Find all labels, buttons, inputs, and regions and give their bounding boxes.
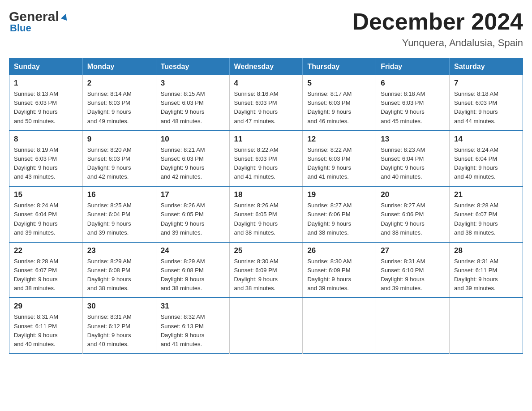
col-header-friday: Friday — [376, 58, 450, 76]
col-header-thursday: Thursday — [303, 58, 376, 76]
day-info: Sunrise: 8:22 AM Sunset: 6:03 PM Dayligh… — [307, 146, 371, 182]
day-info: Sunrise: 8:14 AM Sunset: 6:03 PM Dayligh… — [87, 90, 151, 126]
day-number: 26 — [307, 246, 371, 255]
day-info: Sunrise: 8:23 AM Sunset: 6:04 PM Dayligh… — [381, 146, 445, 182]
day-info: Sunrise: 8:24 AM Sunset: 6:04 PM Dayligh… — [14, 201, 78, 237]
day-info: Sunrise: 8:29 AM Sunset: 6:08 PM Dayligh… — [161, 257, 225, 293]
day-info: Sunrise: 8:26 AM Sunset: 6:05 PM Dayligh… — [234, 201, 298, 237]
day-number: 1 — [14, 79, 78, 88]
day-info: Sunrise: 8:31 AM Sunset: 6:10 PM Dayligh… — [381, 257, 445, 293]
day-cell: 12 Sunrise: 8:22 AM Sunset: 6:03 PM Dayl… — [303, 131, 376, 187]
week-row-1: 1 Sunrise: 8:13 AM Sunset: 6:03 PM Dayli… — [9, 75, 523, 131]
day-number: 2 — [87, 79, 151, 88]
day-number: 9 — [87, 135, 151, 144]
day-info: Sunrise: 8:15 AM Sunset: 6:03 PM Dayligh… — [161, 90, 225, 126]
calendar-header-row: SundayMondayTuesdayWednesdayThursdayFrid… — [9, 58, 523, 76]
col-header-saturday: Saturday — [450, 58, 523, 76]
day-info: Sunrise: 8:30 AM Sunset: 6:09 PM Dayligh… — [234, 257, 298, 293]
day-info: Sunrise: 8:32 AM Sunset: 6:13 PM Dayligh… — [161, 313, 225, 349]
day-info: Sunrise: 8:16 AM Sunset: 6:03 PM Dayligh… — [234, 90, 298, 126]
day-number: 19 — [307, 190, 371, 199]
day-number: 11 — [234, 135, 298, 144]
day-cell: 5 Sunrise: 8:17 AM Sunset: 6:03 PM Dayli… — [303, 75, 376, 131]
day-cell: 16 Sunrise: 8:25 AM Sunset: 6:04 PM Dayl… — [82, 186, 156, 242]
day-number: 10 — [161, 135, 225, 144]
day-info: Sunrise: 8:30 AM Sunset: 6:09 PM Dayligh… — [307, 257, 371, 293]
day-cell: 29 Sunrise: 8:31 AM Sunset: 6:11 PM Dayl… — [9, 298, 83, 353]
day-cell: 23 Sunrise: 8:29 AM Sunset: 6:08 PM Dayl… — [82, 242, 156, 298]
col-header-tuesday: Tuesday — [156, 58, 229, 76]
day-cell: 11 Sunrise: 8:22 AM Sunset: 6:03 PM Dayl… — [229, 131, 303, 187]
day-cell: 13 Sunrise: 8:23 AM Sunset: 6:04 PM Dayl… — [376, 131, 450, 187]
day-number: 29 — [14, 302, 78, 311]
logo: General Blue — [9, 9, 70, 34]
day-cell: 25 Sunrise: 8:30 AM Sunset: 6:09 PM Dayl… — [229, 242, 303, 298]
day-cell: 17 Sunrise: 8:26 AM Sunset: 6:05 PM Dayl… — [156, 186, 229, 242]
day-cell: 19 Sunrise: 8:27 AM Sunset: 6:06 PM Dayl… — [303, 186, 376, 242]
day-cell: 2 Sunrise: 8:14 AM Sunset: 6:03 PM Dayli… — [82, 75, 156, 131]
day-info: Sunrise: 8:27 AM Sunset: 6:06 PM Dayligh… — [307, 201, 371, 237]
day-info: Sunrise: 8:28 AM Sunset: 6:07 PM Dayligh… — [14, 257, 78, 293]
day-number: 13 — [381, 135, 445, 144]
day-cell: 28 Sunrise: 8:31 AM Sunset: 6:11 PM Dayl… — [450, 242, 523, 298]
day-number: 16 — [87, 190, 151, 199]
day-number: 12 — [307, 135, 371, 144]
day-number: 20 — [381, 190, 445, 199]
week-row-5: 29 Sunrise: 8:31 AM Sunset: 6:11 PM Dayl… — [9, 298, 523, 353]
location-title: Yunquera, Andalusia, Spain — [352, 37, 523, 49]
day-cell: 6 Sunrise: 8:18 AM Sunset: 6:03 PM Dayli… — [376, 75, 450, 131]
day-number: 4 — [234, 79, 298, 88]
day-cell: 14 Sunrise: 8:24 AM Sunset: 6:04 PM Dayl… — [450, 131, 523, 187]
day-number: 22 — [14, 246, 78, 255]
day-info: Sunrise: 8:18 AM Sunset: 6:03 PM Dayligh… — [454, 90, 518, 126]
day-number: 18 — [234, 190, 298, 199]
day-cell: 15 Sunrise: 8:24 AM Sunset: 6:04 PM Dayl… — [9, 186, 83, 242]
week-row-2: 8 Sunrise: 8:19 AM Sunset: 6:03 PM Dayli… — [9, 131, 523, 187]
day-cell: 24 Sunrise: 8:29 AM Sunset: 6:08 PM Dayl… — [156, 242, 229, 298]
day-cell: 18 Sunrise: 8:26 AM Sunset: 6:05 PM Dayl… — [229, 186, 303, 242]
day-cell: 3 Sunrise: 8:15 AM Sunset: 6:03 PM Dayli… — [156, 75, 229, 131]
day-info: Sunrise: 8:28 AM Sunset: 6:07 PM Dayligh… — [454, 201, 518, 237]
col-header-wednesday: Wednesday — [229, 58, 303, 76]
week-row-3: 15 Sunrise: 8:24 AM Sunset: 6:04 PM Dayl… — [9, 186, 523, 242]
day-cell — [450, 298, 523, 353]
page-header: General Blue December 2024 Yunquera, And… — [9, 9, 523, 49]
day-cell: 31 Sunrise: 8:32 AM Sunset: 6:13 PM Dayl… — [156, 298, 229, 353]
day-number: 21 — [454, 190, 518, 199]
col-header-sunday: Sunday — [9, 58, 83, 76]
day-info: Sunrise: 8:13 AM Sunset: 6:03 PM Dayligh… — [14, 90, 78, 126]
svg-marker-0 — [61, 13, 69, 21]
day-cell: 22 Sunrise: 8:28 AM Sunset: 6:07 PM Dayl… — [9, 242, 83, 298]
day-cell: 4 Sunrise: 8:16 AM Sunset: 6:03 PM Dayli… — [229, 75, 303, 131]
day-number: 27 — [381, 246, 445, 255]
month-title: December 2024 — [352, 9, 523, 34]
week-row-4: 22 Sunrise: 8:28 AM Sunset: 6:07 PM Dayl… — [9, 242, 523, 298]
day-info: Sunrise: 8:20 AM Sunset: 6:03 PM Dayligh… — [87, 146, 151, 182]
day-cell — [376, 298, 450, 353]
day-info: Sunrise: 8:24 AM Sunset: 6:04 PM Dayligh… — [454, 146, 518, 182]
day-number: 5 — [307, 79, 371, 88]
day-cell — [229, 298, 303, 353]
day-number: 6 — [381, 79, 445, 88]
day-cell: 26 Sunrise: 8:30 AM Sunset: 6:09 PM Dayl… — [303, 242, 376, 298]
day-cell: 7 Sunrise: 8:18 AM Sunset: 6:03 PM Dayli… — [450, 75, 523, 131]
day-info: Sunrise: 8:22 AM Sunset: 6:03 PM Dayligh… — [234, 146, 298, 182]
day-info: Sunrise: 8:31 AM Sunset: 6:11 PM Dayligh… — [14, 313, 78, 349]
day-cell: 21 Sunrise: 8:28 AM Sunset: 6:07 PM Dayl… — [450, 186, 523, 242]
day-info: Sunrise: 8:25 AM Sunset: 6:04 PM Dayligh… — [87, 201, 151, 237]
day-number: 24 — [161, 246, 225, 255]
day-number: 3 — [161, 79, 225, 88]
col-header-monday: Monday — [82, 58, 156, 76]
day-number: 7 — [454, 79, 518, 88]
day-cell: 27 Sunrise: 8:31 AM Sunset: 6:10 PM Dayl… — [376, 242, 450, 298]
calendar-table: SundayMondayTuesdayWednesdayThursdayFrid… — [9, 58, 523, 354]
day-number: 17 — [161, 190, 225, 199]
day-info: Sunrise: 8:18 AM Sunset: 6:03 PM Dayligh… — [381, 90, 445, 126]
day-cell — [303, 298, 376, 353]
day-number: 23 — [87, 246, 151, 255]
day-info: Sunrise: 8:31 AM Sunset: 6:12 PM Dayligh… — [87, 313, 151, 349]
day-cell: 10 Sunrise: 8:21 AM Sunset: 6:03 PM Dayl… — [156, 131, 229, 187]
day-info: Sunrise: 8:31 AM Sunset: 6:11 PM Dayligh… — [454, 257, 518, 293]
day-number: 30 — [87, 302, 151, 311]
logo-triangle-icon — [60, 12, 70, 21]
